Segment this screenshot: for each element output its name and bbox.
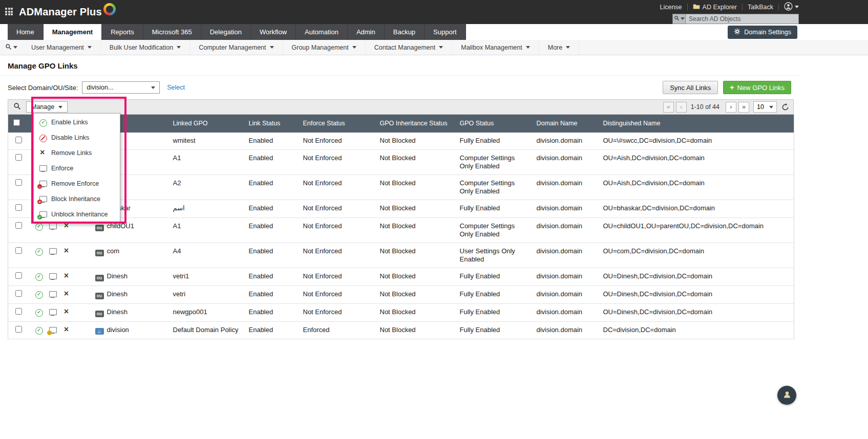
subnav-item-more[interactable]: More (539, 40, 579, 55)
subnav-item-user-management[interactable]: User Management (23, 40, 101, 55)
enforce-link-icon[interactable] (49, 223, 57, 230)
nav-tab-microsoft-365[interactable]: Microsoft 365 (143, 24, 201, 40)
license-link[interactable]: License (660, 4, 682, 11)
manage-menu-item[interactable]: – Remove Enforce (34, 176, 120, 191)
row-checkbox[interactable] (15, 326, 22, 333)
col-header-link-status[interactable]: Link Status (244, 115, 298, 133)
nav-tab-home[interactable]: Home (8, 24, 44, 40)
domain-settings-label: Domain Settings (744, 29, 791, 36)
nav-tab-support[interactable]: Support (425, 24, 466, 40)
manage-menu-item[interactable]: ✓ Unblock Inheritance (34, 207, 120, 222)
subnav-item-computer-management[interactable]: Computer Management (190, 40, 283, 55)
enforce-link-icon[interactable] (49, 309, 57, 316)
pagination-prev-button[interactable]: ‹ (676, 102, 687, 113)
ad-explorer-link[interactable]: AD Explorer (693, 4, 737, 11)
remove-link-icon[interactable] (63, 273, 71, 280)
cell-link-status: Enabled (244, 268, 298, 286)
link-enabled-icon[interactable] (35, 326, 43, 334)
nav-tab-delegation[interactable]: Delegation (201, 24, 251, 40)
brand-name: ADManager Plus (19, 6, 102, 18)
remove-link-icon[interactable] (63, 309, 71, 316)
remove-link-icon[interactable] (63, 291, 71, 298)
manage-menu-item[interactable]: Enforce (34, 161, 120, 176)
subnav-item-mailbox-management[interactable]: Mailbox Management (452, 40, 539, 55)
select-ou-link[interactable]: Select (167, 84, 185, 91)
row-checkbox[interactable] (15, 179, 22, 186)
link-enabled-icon[interactable] (35, 309, 43, 316)
row-checkbox[interactable] (15, 154, 22, 161)
manage-menu-button[interactable]: Manage (26, 101, 68, 113)
divider (742, 4, 743, 10)
gpo-links-table-container: Manage « ‹ 1-10 of 44 › » 10 (8, 99, 794, 339)
link-enabled-icon[interactable] (35, 291, 43, 298)
col-header-gpo-status[interactable]: GPO Status (455, 115, 532, 133)
col-header-domain-name[interactable]: Domain Name (532, 115, 598, 133)
pagination-next-button[interactable]: › (726, 102, 736, 113)
cell-name: ouDinesh (90, 268, 168, 286)
person-icon (782, 389, 792, 402)
row-checkbox[interactable] (15, 222, 22, 229)
search-scope-button[interactable] (672, 14, 685, 24)
nav-tab-management[interactable]: Management (44, 24, 102, 40)
cell-gpo-inheritance-status: Not Blocked (375, 175, 455, 200)
cell-distinguished-name: OU=com,DC=division,DC=domain (598, 243, 794, 268)
row-checkbox[interactable] (15, 204, 22, 211)
nav-tab-automation[interactable]: Automation (296, 24, 348, 40)
new-gpo-links-button[interactable]: + New GPO Links (723, 81, 791, 94)
manage-menu-item[interactable]: Remove Links (34, 145, 120, 161)
cell-enforce-status: Enforced (298, 322, 375, 339)
manage-menu-item[interactable]: Enable Links (34, 115, 120, 130)
remove-link-icon[interactable] (63, 248, 71, 255)
page-title: Manage GPO Links (0, 55, 799, 76)
remove-link-icon[interactable] (63, 223, 71, 230)
pagination-last-button[interactable]: » (738, 102, 749, 113)
cell-enforce-status: Not Enforced (298, 133, 375, 150)
talkback-link[interactable]: TalkBack (748, 4, 773, 11)
nav-tab-reports[interactable]: Reports (102, 24, 143, 40)
search-input[interactable] (685, 14, 799, 24)
row-checkbox[interactable] (15, 137, 22, 143)
user-menu[interactable] (784, 2, 799, 12)
sync-all-links-button[interactable]: Sync All Links (663, 81, 718, 94)
row-checkbox[interactable] (15, 308, 22, 315)
app-launcher-icon[interactable] (5, 8, 14, 16)
link-enabled-icon[interactable] (35, 223, 43, 230)
subnav-search-button[interactable] (5, 43, 17, 52)
link-enabled-icon[interactable] (35, 273, 43, 280)
domain-settings-button[interactable]: Domain Settings (728, 26, 797, 39)
table-body: wmitest Enabled Not Enforced Not Blocked… (8, 133, 794, 339)
support-chat-button[interactable] (777, 386, 796, 405)
table-search-button[interactable] (13, 102, 21, 112)
nav-tab-workflow[interactable]: Workflow (251, 24, 296, 40)
link-enabled-icon[interactable] (35, 248, 43, 255)
subnav-item-group-management[interactable]: Group Management (283, 40, 366, 55)
manage-dropdown-menu: Enable Links Disable Links Remove Links … (33, 113, 120, 224)
enforce-link-icon[interactable] (49, 291, 57, 298)
enforce-link-icon[interactable] (49, 248, 57, 255)
gpo-links-table: Name Linked GPO Link Status Enforce Stat… (8, 115, 794, 339)
row-checkbox[interactable] (15, 247, 22, 254)
enforce-link-icon[interactable] (49, 273, 57, 280)
col-header-linked-gpo[interactable]: Linked GPO (168, 115, 244, 133)
manage-menu-item[interactable]: Disable Links (34, 130, 120, 145)
subnav-item-contact-management[interactable]: Contact Management (366, 40, 453, 55)
domain-select-dropdown[interactable]: division... (82, 81, 160, 94)
select-all-checkbox[interactable] (13, 119, 20, 126)
manage-menu-item[interactable]: × Block Inheritance (34, 191, 120, 207)
col-header-enforce-status[interactable]: Enforce Status (298, 115, 375, 133)
row-checkbox[interactable] (15, 272, 22, 279)
ou-icon: ou (95, 311, 104, 317)
row-checkbox[interactable] (15, 290, 22, 297)
refresh-icon[interactable] (781, 103, 789, 111)
chevron-down-icon (270, 46, 274, 49)
chevron-down-icon (769, 106, 773, 108)
col-header-gpo-inheritance-status[interactable]: GPO Inheritance Status (375, 115, 455, 133)
page-size-select[interactable]: 10 (753, 101, 777, 113)
enforce-link-icon[interactable] (49, 326, 57, 334)
subnav-item-bulk-user-modification[interactable]: Bulk User Modification (101, 40, 190, 55)
pagination-first-button[interactable]: « (663, 102, 674, 113)
col-header-distinguished-name[interactable]: Distinguished Name (598, 115, 794, 133)
remove-link-icon[interactable] (63, 326, 71, 334)
nav-tab-backup[interactable]: Backup (385, 24, 425, 40)
nav-tab-admin[interactable]: Admin (348, 24, 385, 40)
